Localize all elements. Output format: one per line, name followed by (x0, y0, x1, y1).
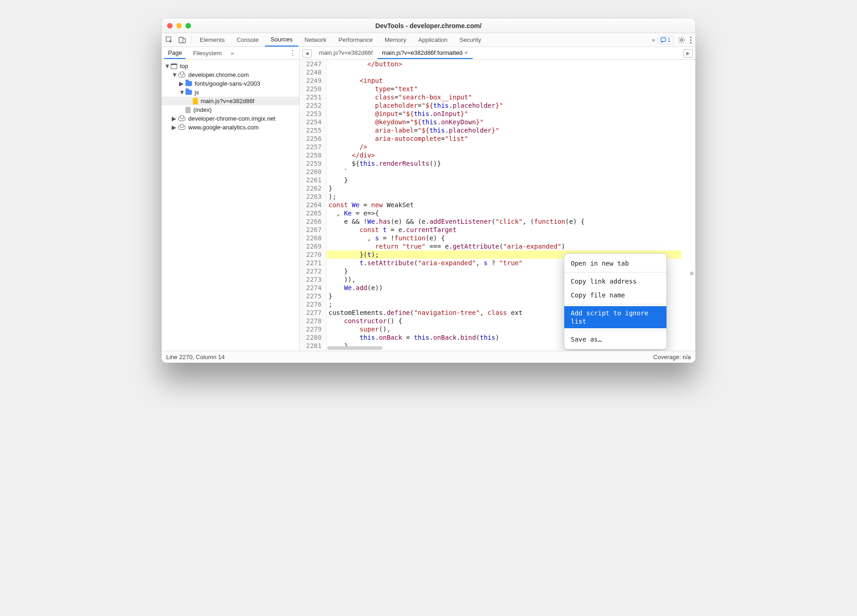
tree-caret-icon[interactable]: ▶ (172, 115, 175, 122)
tree-caret-icon[interactable]: ▼ (164, 63, 168, 70)
folder-icon (185, 81, 192, 86)
tree-row[interactable]: ▶fonts/google-sans-v2003 (162, 79, 299, 88)
tree-label: (index) (193, 106, 212, 113)
cloud-icon (178, 116, 185, 121)
tree-caret-icon[interactable]: ▶ (172, 124, 175, 131)
svg-point-7 (690, 42, 691, 43)
status-bar: Line 2270, Column 14 Coverage: n/a (162, 351, 695, 363)
titlebar: DevTools - developer.chrome.com/ (162, 18, 695, 33)
file-tree[interactable]: ▼top▼developer.chrome.com▶fonts/google-s… (162, 60, 299, 351)
svg-point-5 (690, 36, 691, 38)
tree-label: developer-chrome-com.imgix.net (188, 115, 275, 122)
panel-tab-memory[interactable]: Memory (379, 34, 412, 46)
tree-row[interactable]: ▼top (162, 62, 299, 70)
cloud-icon (178, 125, 185, 130)
code-editor[interactable]: 2247224822492250225122522253225422552256… (300, 60, 695, 351)
kebab-menu-icon[interactable] (690, 36, 692, 44)
sidebar-tab-page[interactable]: Page (164, 47, 185, 59)
svg-rect-3 (661, 38, 666, 41)
panel-tab-performance[interactable]: Performance (333, 34, 378, 46)
sidebar-tabs: PageFilesystem»⋮ (162, 47, 299, 60)
panel-tab-sources[interactable]: Sources (265, 33, 298, 46)
panel-tab-security[interactable]: Security (454, 34, 486, 46)
svg-point-4 (681, 39, 683, 41)
tree-row[interactable]: (index) (162, 105, 299, 114)
more-tabs-button[interactable]: » (649, 36, 658, 43)
toggle-sidebar-button[interactable]: ▶ (683, 49, 693, 58)
file-js-icon (193, 98, 198, 105)
cursor-position: Line 2270, Column 14 (166, 354, 225, 360)
horizontal-scrollbar-thumb[interactable] (327, 346, 382, 350)
panel-tabs: ElementsConsoleSourcesNetworkPerformance… (194, 33, 649, 46)
folder-icon (185, 90, 192, 95)
tree-label: js (195, 89, 199, 96)
context-menu[interactable]: Open in new tabCopy link addressCopy fil… (564, 253, 667, 349)
panel-tab-application[interactable]: Application (413, 34, 453, 46)
close-tab-icon[interactable]: × (464, 49, 468, 56)
context-menu-item[interactable]: Open in new tab (564, 256, 666, 270)
tree-caret-icon[interactable]: ▶ (179, 80, 183, 87)
tree-row[interactable]: ▼js (162, 88, 299, 97)
sidebar: PageFilesystem»⋮ ▼top▼developer.chrome.c… (162, 47, 300, 351)
issues-count: 1 (667, 37, 671, 43)
inspect-element-icon[interactable] (165, 36, 174, 44)
settings-gear-icon[interactable] (678, 36, 685, 44)
panel-tab-console[interactable]: Console (231, 34, 264, 46)
line-gutter: 2247224822492250225122522253225422552256… (300, 60, 327, 351)
cloud-icon (178, 73, 185, 77)
body: PageFilesystem»⋮ ▼top▼developer.chrome.c… (162, 47, 695, 351)
svg-point-6 (690, 39, 691, 41)
context-menu-separator (564, 304, 666, 304)
panel-tab-network[interactable]: Network (299, 34, 332, 46)
tree-label: www.google-analytics.com (188, 124, 259, 131)
tree-row[interactable]: ▶www.google-analytics.com (162, 123, 299, 132)
tree-label: main.js?v=e382d86f (201, 98, 255, 105)
issues-icon (660, 37, 666, 43)
editor-tabbar: ◀ main.js?v=e382d86fmain.js?v=e382d86f:f… (300, 47, 695, 60)
tree-row[interactable]: ▼developer.chrome.com (162, 70, 299, 79)
main-toolbar: ElementsConsoleSourcesNetworkPerformance… (162, 33, 695, 47)
sidebar-more-button[interactable]: » (231, 50, 234, 57)
editor-pane: ◀ main.js?v=e382d86fmain.js?v=e382d86f:f… (300, 47, 695, 351)
tree-label: fonts/google-sans-v2003 (195, 80, 260, 87)
tree-label: top (180, 63, 188, 70)
context-menu-separator (564, 272, 666, 273)
context-menu-separator (564, 330, 666, 331)
tree-label: developer.chrome.com (188, 71, 249, 78)
tree-caret-icon[interactable]: ▼ (179, 89, 183, 96)
sidebar-kebab-icon[interactable]: ⋮ (289, 49, 296, 58)
sidebar-tab-filesystem[interactable]: Filesystem (189, 48, 225, 58)
context-menu-item[interactable]: Copy file name (564, 288, 666, 302)
panel-tab-elements[interactable]: Elements (194, 34, 230, 46)
window-icon (171, 64, 177, 69)
svg-rect-2 (183, 39, 185, 43)
coverage-status: Coverage: n/a (653, 354, 691, 360)
context-menu-item[interactable]: Add script to ignore list (564, 306, 666, 328)
vertical-scrollbar-thumb[interactable] (690, 272, 694, 275)
window-title: DevTools - developer.chrome.com/ (162, 22, 695, 29)
file-tab[interactable]: main.js?v=e382d86f:formatted× (377, 47, 473, 59)
issues-badge[interactable]: 1 (658, 36, 673, 44)
context-menu-item[interactable]: Save as… (564, 332, 666, 346)
device-toolbar-icon[interactable] (178, 36, 186, 44)
tree-row[interactable]: ▶developer-chrome-com.imgix.net (162, 114, 299, 123)
devtools-window: DevTools - developer.chrome.com/ Element… (162, 18, 695, 363)
tree-caret-icon[interactable]: ▼ (172, 71, 175, 78)
context-menu-item[interactable]: Copy link address (564, 274, 666, 288)
file-tab[interactable]: main.js?v=e382d86f (314, 47, 377, 59)
nav-history-button[interactable]: ◀ (302, 49, 312, 58)
tree-row[interactable]: main.js?v=e382d86f (162, 97, 299, 105)
file-icon (185, 107, 191, 113)
